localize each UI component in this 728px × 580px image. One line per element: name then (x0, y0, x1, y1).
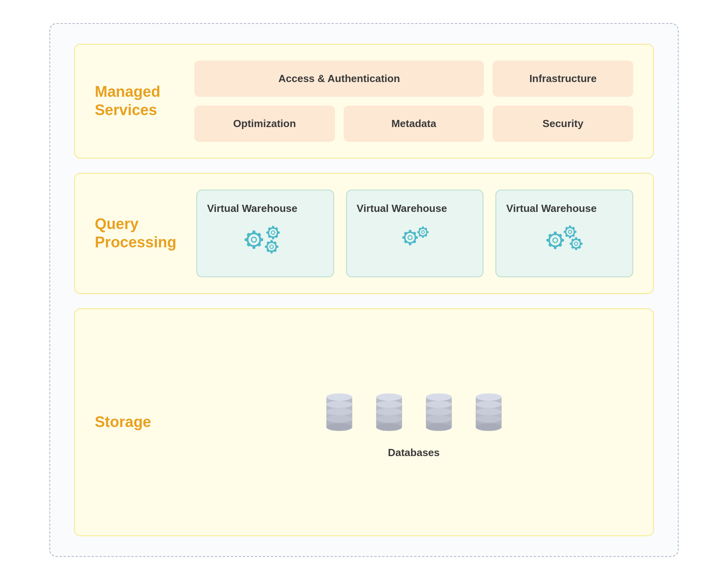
svg-point-71 (575, 242, 578, 245)
svg-point-108 (426, 415, 452, 422)
svg-rect-74 (580, 243, 583, 245)
svg-point-86 (326, 408, 352, 415)
svg-rect-2 (252, 231, 255, 234)
access-auth-card: Access & Authentication (194, 61, 484, 97)
svg-point-104 (426, 400, 452, 408)
databases-label: Databases (388, 447, 440, 459)
svg-rect-63 (569, 235, 571, 238)
svg-point-106 (426, 408, 452, 415)
svg-point-88 (326, 415, 352, 422)
query-processing-label: Query Processing (95, 215, 176, 251)
svg-rect-14 (277, 231, 280, 233)
svg-point-70 (572, 239, 581, 248)
database-icon-3 (421, 386, 457, 434)
svg-rect-44 (427, 231, 429, 233)
svg-point-102 (426, 393, 452, 400)
storage-section: Storage (74, 308, 654, 536)
cylinder-svg-3 (421, 386, 457, 434)
svg-point-96 (376, 408, 402, 415)
svg-point-61 (568, 230, 571, 233)
virtual-warehouse-2: Virtual Warehouse (346, 190, 484, 277)
svg-point-112 (476, 393, 501, 400)
svg-point-60 (566, 227, 575, 236)
svg-rect-45 (417, 231, 420, 233)
svg-point-51 (553, 238, 558, 243)
database-icon-2 (371, 386, 407, 434)
svg-point-20 (267, 242, 276, 251)
database-icon-1 (321, 386, 357, 434)
storage-label: Storage (95, 413, 174, 431)
svg-rect-42 (422, 227, 424, 229)
vw3-title: Virtual Warehouse (506, 202, 597, 215)
virtual-warehouse-1: Virtual Warehouse (196, 190, 334, 277)
main-diagram: Managed Services Access & Authentication… (49, 23, 679, 557)
svg-point-116 (476, 408, 501, 415)
svg-point-11 (271, 231, 275, 234)
database-icon-4 (471, 386, 507, 434)
query-processing-section: Query Processing Virtual Warehouse (74, 173, 654, 294)
svg-point-109 (426, 423, 452, 431)
svg-rect-3 (252, 245, 255, 249)
svg-rect-22 (270, 240, 272, 243)
svg-rect-34 (415, 236, 418, 239)
svg-rect-54 (561, 239, 564, 242)
cylinder-svg-2 (371, 386, 407, 434)
svg-rect-73 (575, 247, 577, 250)
gears-icon-1 (243, 223, 287, 255)
svg-rect-12 (272, 226, 274, 229)
vw1-title: Virtual Warehouse (207, 202, 297, 215)
svg-point-99 (376, 423, 402, 431)
optimization-card: Optimization (194, 106, 335, 142)
svg-point-10 (268, 228, 278, 237)
svg-point-89 (326, 423, 352, 431)
svg-rect-35 (403, 236, 406, 239)
svg-rect-43 (422, 235, 424, 238)
svg-rect-72 (575, 237, 577, 240)
managed-services-grid: Access & Authentication Infrastructure O… (194, 61, 633, 142)
svg-rect-25 (265, 246, 268, 248)
svg-rect-55 (546, 239, 550, 242)
svg-point-92 (376, 393, 402, 400)
cylinder-svg-1 (321, 386, 357, 434)
svg-rect-4 (259, 238, 263, 241)
svg-rect-33 (409, 242, 411, 245)
svg-rect-75 (570, 243, 573, 245)
svg-point-82 (326, 393, 352, 400)
storage-content: Databases (194, 386, 633, 459)
warehouse-grid: Virtual Warehouse (196, 190, 633, 277)
svg-rect-15 (266, 231, 269, 233)
metadata-card: Metadata (344, 106, 484, 142)
svg-point-40 (419, 228, 427, 236)
svg-point-1 (251, 237, 256, 242)
svg-rect-62 (569, 225, 571, 228)
cylinder-svg-4 (471, 386, 507, 434)
svg-point-84 (326, 400, 352, 408)
gears-icon-2 (397, 223, 432, 251)
svg-rect-13 (272, 237, 274, 239)
svg-rect-52 (554, 231, 557, 235)
svg-rect-5 (245, 238, 248, 241)
svg-point-114 (476, 400, 501, 408)
security-card: Security (493, 106, 633, 142)
svg-point-94 (376, 400, 402, 408)
svg-rect-24 (275, 246, 278, 248)
svg-point-21 (270, 245, 273, 249)
vw2-title: Virtual Warehouse (357, 202, 447, 215)
svg-point-119 (476, 423, 501, 431)
svg-rect-53 (554, 246, 557, 249)
svg-point-118 (476, 415, 501, 422)
svg-point-98 (376, 415, 402, 422)
databases-row (321, 386, 507, 434)
gears-icon-3 (542, 223, 586, 255)
svg-rect-65 (564, 231, 566, 233)
svg-rect-64 (574, 231, 577, 233)
svg-point-31 (408, 235, 413, 240)
infrastructure-card: Infrastructure (493, 61, 633, 97)
managed-services-section: Managed Services Access & Authentication… (74, 44, 654, 159)
virtual-warehouse-3: Virtual Warehouse (495, 190, 633, 277)
managed-services-label: Managed Services (95, 83, 174, 119)
svg-point-41 (422, 231, 425, 234)
svg-rect-32 (409, 230, 411, 233)
svg-rect-23 (270, 251, 272, 253)
